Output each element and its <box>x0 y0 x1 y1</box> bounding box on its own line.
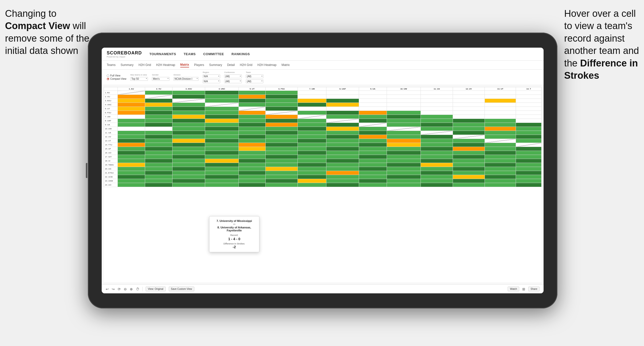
matrix-cell[interactable] <box>298 163 326 167</box>
matrix-cell[interactable] <box>326 95 359 99</box>
matrix-cell[interactable] <box>453 127 485 131</box>
matrix-cell[interactable] <box>239 111 266 115</box>
matrix-cell[interactable] <box>145 183 172 187</box>
matrix-cell[interactable] <box>453 111 485 115</box>
matrix-cell[interactable] <box>118 103 145 107</box>
matrix-cell[interactable] <box>145 115 172 119</box>
matrix-cell[interactable] <box>118 155 145 159</box>
matrix-cell[interactable] <box>298 139 326 143</box>
matrix-cell[interactable] <box>326 163 359 167</box>
matrix-cell[interactable] <box>326 139 359 143</box>
matrix-cell[interactable] <box>421 95 453 99</box>
matrix-cell[interactable] <box>205 123 239 127</box>
table-row[interactable]: 15. UF <box>104 147 542 151</box>
matrix-cell[interactable] <box>516 175 542 179</box>
clock-icon[interactable]: ⏱ <box>136 287 139 291</box>
subnav-h2hgrid1[interactable]: H2H Grid <box>139 63 151 67</box>
matrix-cell[interactable] <box>359 139 387 143</box>
matrix-cell[interactable] <box>172 139 205 143</box>
table-row[interactable]: 14. TTU <box>104 143 542 147</box>
matrix-cell[interactable] <box>359 123 387 127</box>
matrix-cell[interactable] <box>145 139 172 143</box>
matrix-cell[interactable] <box>145 91 172 95</box>
division-select[interactable]: NCAA Division I <box>173 77 199 81</box>
matrix-cell[interactable] <box>205 159 239 163</box>
matrix-cell[interactable] <box>516 131 542 135</box>
grid-icon[interactable]: ⊞ <box>522 287 525 291</box>
matrix-cell[interactable] <box>359 115 387 119</box>
subnav-summary1[interactable]: Summary <box>121 63 133 67</box>
matrix-cell[interactable] <box>453 151 485 155</box>
matrix-cell[interactable] <box>172 155 205 159</box>
matrix-cell[interactable] <box>453 103 485 107</box>
region-select2[interactable]: N/A <box>203 79 220 83</box>
table-row[interactable]: 4. UNC <box>104 103 542 107</box>
matrix-cell[interactable] <box>421 139 453 143</box>
full-view-option[interactable]: Full View <box>107 74 126 77</box>
matrix-cell[interactable] <box>387 171 421 175</box>
matrix-cell[interactable] <box>145 159 172 163</box>
matrix-cell[interactable] <box>265 163 298 167</box>
matrix-cell[interactable] <box>453 143 485 147</box>
matrix-cell[interactable] <box>516 91 542 95</box>
matrix-cell[interactable] <box>326 143 359 147</box>
matrix-cell[interactable] <box>387 111 421 115</box>
matrix-cell[interactable] <box>298 147 326 151</box>
matrix-cell[interactable] <box>298 167 326 171</box>
matrix-cell[interactable] <box>205 183 239 187</box>
matrix-cell[interactable] <box>326 91 359 95</box>
matrix-cell[interactable] <box>239 139 266 143</box>
matrix-cell[interactable] <box>516 95 542 99</box>
matrix-cell[interactable] <box>421 143 453 147</box>
matrix-cell[interactable] <box>421 167 453 171</box>
matrix-cell[interactable] <box>172 95 205 99</box>
conference-select1[interactable]: (All) <box>224 74 242 78</box>
matrix-cell[interactable] <box>326 123 359 127</box>
matrix-cell[interactable] <box>205 95 239 99</box>
matrix-cell[interactable] <box>205 131 239 135</box>
matrix-cell[interactable] <box>239 171 266 175</box>
matrix-cell[interactable] <box>516 127 542 131</box>
matrix-cell[interactable] <box>118 91 145 95</box>
matrix-cell[interactable] <box>298 91 326 95</box>
matrix-cell[interactable] <box>485 107 516 111</box>
matrix-cell[interactable] <box>421 151 453 155</box>
matrix-cell[interactable] <box>421 179 453 183</box>
matrix-cell[interactable] <box>239 107 266 111</box>
table-row[interactable]: 16. UO <box>104 151 542 155</box>
matrix-cell[interactable] <box>421 119 453 123</box>
matrix-cell[interactable] <box>387 99 421 103</box>
matrix-cell[interactable] <box>421 111 453 115</box>
matrix-cell[interactable] <box>145 155 172 159</box>
share-button[interactable]: Share <box>528 287 540 291</box>
matrix-cell[interactable] <box>172 111 205 115</box>
matrix-cell[interactable] <box>326 183 359 187</box>
matrix-cell[interactable] <box>359 175 387 179</box>
matrix-cell[interactable] <box>239 163 266 167</box>
matrix-cell[interactable] <box>516 123 542 127</box>
matrix-cell[interactable] <box>485 167 516 171</box>
matrix-cell[interactable] <box>298 175 326 179</box>
matrix-cell[interactable] <box>485 119 516 123</box>
matrix-cell[interactable] <box>359 151 387 155</box>
matrix-cell[interactable] <box>453 175 485 179</box>
matrix-cell[interactable] <box>298 135 326 139</box>
matrix-cell[interactable] <box>172 99 205 103</box>
matrix-cell[interactable] <box>205 99 239 103</box>
matrix-cell[interactable] <box>485 95 516 99</box>
matrix-cell[interactable] <box>387 139 421 143</box>
matrix-cell[interactable] <box>387 135 421 139</box>
matrix-cell[interactable] <box>387 167 421 171</box>
matrix-cell[interactable] <box>145 143 172 147</box>
matrix-cell[interactable] <box>485 139 516 143</box>
matrix-cell[interactable] <box>265 167 298 171</box>
matrix-cell[interactable] <box>485 175 516 179</box>
matrix-cell[interactable] <box>516 111 542 115</box>
matrix-cell[interactable] <box>453 167 485 171</box>
matrix-cell[interactable] <box>118 167 145 171</box>
matrix-cell[interactable] <box>485 127 516 131</box>
matrix-cell[interactable] <box>421 147 453 151</box>
matrix-cell[interactable] <box>145 163 172 167</box>
matrix-cell[interactable] <box>387 151 421 155</box>
matrix-cell[interactable] <box>239 155 266 159</box>
